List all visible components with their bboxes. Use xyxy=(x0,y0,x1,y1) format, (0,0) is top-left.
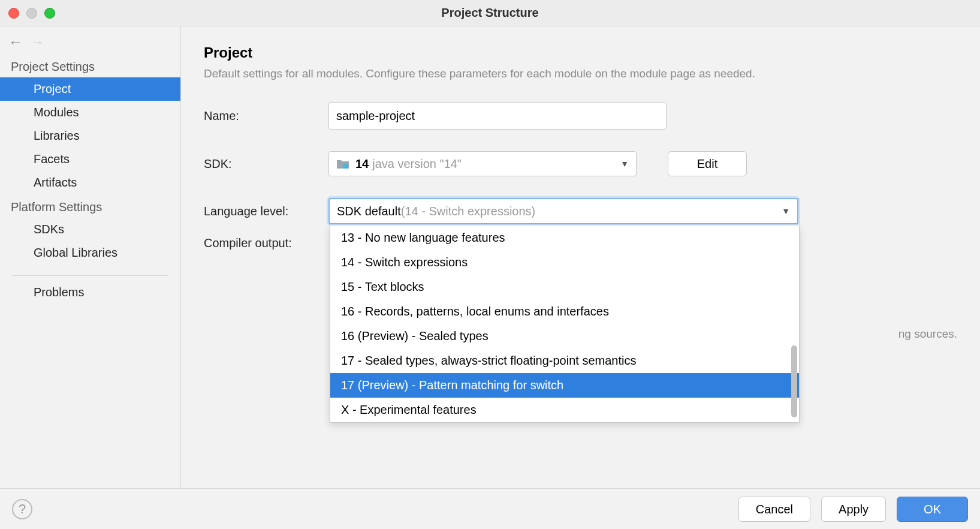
compiler-output-label: Compiler output: xyxy=(204,236,328,250)
window-title: Project Structure xyxy=(0,6,980,20)
dropdown-scrollbar[interactable] xyxy=(791,345,797,417)
page-subtitle: Default settings for all modules. Config… xyxy=(204,67,957,80)
ok-button[interactable]: OK xyxy=(897,497,968,522)
sidebar-item-project[interactable]: Project xyxy=(0,77,180,101)
sidebar-item-global-libraries[interactable]: Global Libraries xyxy=(0,241,180,264)
sidebar-section-platform-settings: Platform Settings xyxy=(0,194,180,218)
language-level-option[interactable]: 16 (Preview) - Sealed types xyxy=(330,324,799,348)
apply-button[interactable]: Apply xyxy=(821,497,886,522)
dialog-footer: ? Cancel Apply OK xyxy=(0,488,980,529)
language-level-dropdown: 13 - No new language features 14 - Switc… xyxy=(330,226,800,423)
language-level-option[interactable]: 16 - Records, patterns, local enums and … xyxy=(330,299,799,324)
sdk-selected-number: 14 xyxy=(355,157,369,171)
page-title: Project xyxy=(204,44,957,61)
sdk-selected-version: java version "14" xyxy=(372,157,462,171)
name-label: Name: xyxy=(204,109,328,123)
language-level-option[interactable]: 17 (Preview) - Pattern matching for swit… xyxy=(330,373,799,398)
sdk-label: SDK: xyxy=(204,157,328,171)
sidebar-item-sdks[interactable]: SDKs xyxy=(0,218,180,241)
language-level-option[interactable]: 13 - No new language features xyxy=(330,226,799,250)
sidebar-item-problems[interactable]: Problems xyxy=(0,281,180,304)
language-level-option[interactable]: 15 - Text blocks xyxy=(330,275,799,299)
title-bar: Project Structure xyxy=(0,0,980,26)
forward-icon: → xyxy=(30,34,44,50)
sidebar-item-libraries[interactable]: Libraries xyxy=(0,124,180,148)
main-panel: Project Default settings for all modules… xyxy=(181,26,980,488)
language-level-option[interactable]: 14 - Switch expressions xyxy=(330,250,799,275)
sidebar-item-facets[interactable]: Facets xyxy=(0,148,180,171)
help-button[interactable]: ? xyxy=(12,499,32,519)
language-level-label: Language level: xyxy=(204,205,328,218)
sidebar-item-modules[interactable]: Modules xyxy=(0,101,180,124)
language-level-selected: SDK default xyxy=(337,205,401,218)
language-level-select[interactable]: SDK default (14 - Switch expressions) ▼ … xyxy=(328,198,798,224)
cancel-button[interactable]: Cancel xyxy=(738,497,810,522)
sidebar: ← → Project Settings Project Modules Lib… xyxy=(0,26,181,488)
language-level-option[interactable]: 17 - Sealed types, always-strict floatin… xyxy=(330,348,799,373)
sidebar-section-project-settings: Project Settings xyxy=(0,54,180,77)
language-level-selected-hint: (14 - Switch expressions) xyxy=(401,205,536,218)
sdk-edit-button[interactable]: Edit xyxy=(668,151,747,176)
folder-icon xyxy=(336,158,349,169)
compiler-hint-fragment: ng sources. xyxy=(898,327,957,341)
sidebar-item-artifacts[interactable]: Artifacts xyxy=(0,171,180,194)
chevron-down-icon: ▼ xyxy=(620,159,629,169)
back-icon[interactable]: ← xyxy=(8,34,23,50)
help-icon: ? xyxy=(19,501,26,517)
sdk-select[interactable]: 14 java version "14" ▼ xyxy=(328,151,637,176)
language-level-option[interactable]: X - Experimental features xyxy=(330,398,799,422)
sidebar-divider xyxy=(12,275,168,276)
chevron-down-icon: ▼ xyxy=(782,206,790,216)
project-name-input[interactable]: sample-project xyxy=(328,102,667,130)
